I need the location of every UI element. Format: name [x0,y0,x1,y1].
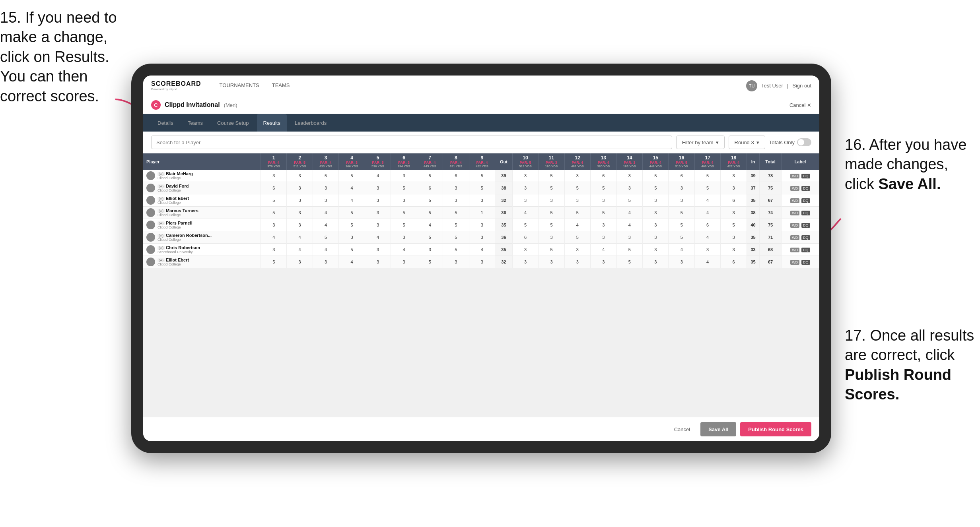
hole-18-score[interactable]: 3 [721,182,747,194]
hole-4-score[interactable]: 5 [339,219,365,231]
hole-18-score[interactable]: 3 [721,170,747,182]
hole-1-score[interactable]: 6 [261,182,286,194]
hole-12-score[interactable]: 3 [564,194,590,207]
hole-15-score[interactable]: 5 [643,182,669,194]
hole-14-score[interactable]: 4 [616,219,642,231]
hole-13-score[interactable]: 6 [591,170,616,182]
hole-8-score[interactable]: 6 [443,170,469,182]
wd-button[interactable]: WD [790,248,799,252]
wd-button[interactable]: WD [790,186,799,191]
hole-14-score[interactable]: 3 [616,231,642,244]
hole-17-score[interactable]: 6 [694,219,720,231]
wd-button[interactable]: WD [790,223,799,228]
hole-1-score[interactable]: 3 [261,244,286,256]
hole-7-score[interactable]: 5 [417,207,443,219]
hole-12-score[interactable]: 3 [564,244,590,256]
hole-9-score[interactable]: 3 [469,194,495,207]
hole-4-score[interactable]: 4 [339,182,365,194]
hole-3-score[interactable]: 4 [313,207,338,219]
hole-5-score[interactable]: 3 [365,244,391,256]
tab-teams[interactable]: Teams [181,114,209,132]
hole-2-score[interactable]: 3 [287,207,313,219]
wd-button[interactable]: WD [790,174,799,178]
hole-11-score[interactable]: 3 [539,256,564,268]
hole-15-score[interactable]: 3 [643,219,669,231]
hole-11-score[interactable]: 5 [539,219,564,231]
hole-2-score[interactable]: 4 [287,231,313,244]
hole-7-score[interactable]: 5 [417,194,443,207]
hole-6-score[interactable]: 3 [391,256,417,268]
cancel-action-button[interactable]: Cancel [668,423,696,436]
hole-1-score[interactable]: 5 [261,256,286,268]
hole-7-score[interactable]: 3 [417,244,443,256]
hole-13-score[interactable]: 3 [591,256,616,268]
hole-16-score[interactable]: 5 [669,219,694,231]
hole-16-score[interactable]: 6 [669,170,694,182]
hole-8-score[interactable]: 3 [443,256,469,268]
wd-button[interactable]: WD [790,235,799,240]
hole-8-score[interactable]: 3 [443,194,469,207]
hole-9-score[interactable]: 3 [469,231,495,244]
hole-16-score[interactable]: 3 [669,182,694,194]
hole-17-score[interactable]: 5 [694,170,720,182]
hole-10-score[interactable]: 6 [512,231,538,244]
hole-14-score[interactable]: 5 [616,244,642,256]
dq-button[interactable]: DQ [801,174,810,178]
hole-1-score[interactable]: 4 [261,231,286,244]
nav-teams[interactable]: TEAMS [266,76,296,96]
hole-13-score[interactable]: 5 [591,182,616,194]
save-all-button[interactable]: Save All [700,422,736,436]
hole-13-score[interactable]: 3 [591,194,616,207]
hole-1-score[interactable]: 3 [261,170,286,182]
hole-17-score[interactable]: 4 [694,207,720,219]
hole-9-score[interactable]: 5 [469,182,495,194]
hole-5-score[interactable]: 4 [365,170,391,182]
hole-11-score[interactable]: 5 [539,182,564,194]
hole-7-score[interactable]: 5 [417,231,443,244]
hole-9-score[interactable]: 1 [469,207,495,219]
hole-12-score[interactable]: 5 [564,207,590,219]
hole-14-score[interactable]: 3 [616,182,642,194]
hole-12-score[interactable]: 4 [564,219,590,231]
hole-18-score[interactable]: 3 [721,244,747,256]
hole-14-score[interactable]: 4 [616,207,642,219]
tab-results[interactable]: Results [257,114,287,132]
hole-14-score[interactable]: 3 [616,170,642,182]
dq-button[interactable]: DQ [801,198,810,203]
sign-out-link[interactable]: Sign out [792,83,811,89]
hole-14-score[interactable]: 5 [616,256,642,268]
hole-13-score[interactable]: 4 [591,244,616,256]
hole-10-score[interactable]: 3 [512,170,538,182]
hole-5-score[interactable]: 4 [365,231,391,244]
hole-5-score[interactable]: 3 [365,256,391,268]
hole-18-score[interactable]: 3 [721,207,747,219]
toggle-switch[interactable] [797,138,811,146]
hole-10-score[interactable]: 5 [512,219,538,231]
hole-18-score[interactable]: 6 [721,194,747,207]
hole-10-score[interactable]: 3 [512,256,538,268]
hole-7-score[interactable]: 5 [417,256,443,268]
hole-13-score[interactable]: 3 [591,219,616,231]
hole-14-score[interactable]: 5 [616,194,642,207]
hole-13-score[interactable]: 3 [591,231,616,244]
nav-tournaments[interactable]: TOURNAMENTS [213,76,266,96]
hole-3-score[interactable]: 3 [313,256,338,268]
hole-18-score[interactable]: 3 [721,231,747,244]
hole-12-score[interactable]: 5 [564,182,590,194]
hole-2-score[interactable]: 3 [287,182,313,194]
hole-9-score[interactable]: 4 [469,244,495,256]
hole-5-score[interactable]: 3 [365,182,391,194]
hole-13-score[interactable]: 5 [591,207,616,219]
hole-2-score[interactable]: 3 [287,256,313,268]
hole-3-score[interactable]: 4 [313,244,338,256]
cancel-tournament-button[interactable]: Cancel ✕ [789,102,811,108]
hole-17-score[interactable]: 5 [694,182,720,194]
hole-12-score[interactable]: 5 [564,231,590,244]
hole-5-score[interactable]: 3 [365,207,391,219]
hole-15-score[interactable]: 3 [643,194,669,207]
hole-11-score[interactable]: 5 [539,170,564,182]
hole-15-score[interactable]: 3 [643,231,669,244]
hole-2-score[interactable]: 4 [287,244,313,256]
tab-details[interactable]: Details [151,114,180,132]
hole-3-score[interactable]: 3 [313,182,338,194]
